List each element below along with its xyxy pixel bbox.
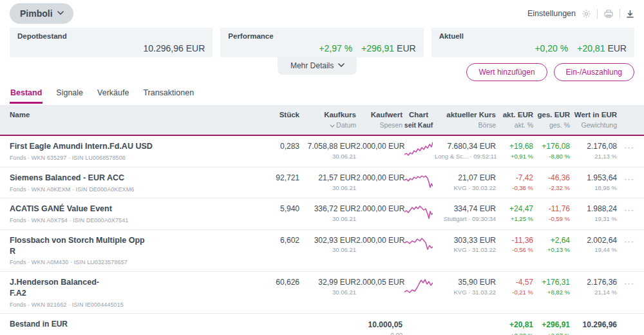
fund-name[interactable]: Siemens Balanced - EUR ACC	[10, 173, 258, 184]
tab-strip: Bestand Signale Verkäufe Transaktionen	[10, 86, 634, 104]
total-bestand-row: Bestand in EUR 10.000,050,00 +20,81+0,20…	[0, 314, 644, 335]
kurs-cell: 7.680,34 EURLong & Sc... · 09:52:11	[435, 141, 496, 161]
col-ges-eur[interactable]: ges. EURges. %	[533, 110, 570, 130]
kurs-cell: 334,74 EURStuttgart · 09:30:34	[435, 204, 496, 224]
wert-cell: 2.176,3621,14 %	[570, 277, 617, 297]
akt-cell: -7,42-0,38 %	[496, 173, 533, 193]
row-menu-button[interactable]: ···	[617, 173, 634, 184]
table-row: Flossbach von Storch Multiple Opp R Fond…	[0, 230, 644, 272]
kaufkurs-cell: 336,72 EUR30.06.21	[299, 204, 356, 224]
kaufwert-cell: 2.000,00 EUR	[356, 235, 402, 246]
aktuell-card: Aktuell +0,20 % +20,81EUR	[431, 28, 634, 57]
fund-name-line2: R	[10, 246, 258, 257]
fund-name-line2: F.A2	[10, 288, 258, 299]
tab-transaktionen[interactable]: Transaktionen	[142, 86, 194, 104]
sparkline-chart[interactable]	[404, 141, 433, 158]
col-akt-eur[interactable]: akt. EURakt. %	[496, 110, 533, 130]
download-icon[interactable]	[626, 10, 634, 18]
ges-cell: +176,08-8,80 %	[533, 141, 570, 161]
tab-verkaeufe[interactable]: Verkäufe	[97, 86, 129, 104]
col-kaufkurs[interactable]: Kaufkurs Datum	[299, 110, 356, 130]
settings-link[interactable]: Einstellungen	[527, 9, 576, 18]
chevron-down-icon	[57, 11, 63, 17]
fund-meta: Fonds · WKN 921662 · ISIN IE0004445015	[10, 301, 258, 309]
sparkline-chart[interactable]	[404, 277, 433, 294]
details-band: Mehr Details Wert hinzufügen Ein-/Auszah…	[10, 57, 634, 81]
performance-card-label: Performance	[228, 32, 415, 40]
depot-card-label: Depotbestand	[17, 32, 205, 40]
fund-name[interactable]: First Eagle Amundi Intern.Fd.AU USD	[10, 141, 258, 152]
ges-cell: -46,36-2,32 %	[533, 173, 570, 193]
kurs-cell: 21,07 EURKVG · 30.03.22	[435, 173, 496, 193]
wert-cell: 1.988,2419,31 %	[570, 204, 617, 224]
kurs-cell: 303,33 EURKVG · 31.03.22	[435, 235, 496, 255]
col-stueck[interactable]: Stück	[258, 110, 299, 120]
fund-name[interactable]: J.Henderson Balanced-	[10, 277, 258, 288]
total-ges-cell: +296,91+2,97 %	[533, 320, 570, 335]
stueck-cell: 5,940	[258, 204, 299, 215]
kaufwert-cell: 2.000,00 EUR	[356, 141, 402, 152]
depot-card-value: 10.296,96EUR	[17, 43, 205, 53]
stueck-cell: 92,721	[258, 173, 299, 184]
print-icon[interactable]	[603, 9, 614, 19]
akt-cell: +24,47+1,25 %	[496, 204, 533, 224]
table-row: Siemens Balanced - EUR ACC Fonds · WKN A…	[0, 168, 644, 198]
performance-card-value: +2,97 % +296,91EUR	[228, 43, 415, 53]
portfolio-selector[interactable]: Pimboli	[10, 3, 73, 24]
divider	[620, 9, 620, 19]
sparkline-chart[interactable]	[404, 173, 433, 189]
kaufkurs-cell: 7.058,88 EUR30.06.21	[299, 141, 356, 161]
kaufkurs-cell: 21,57 EUR30.06.21	[299, 173, 356, 193]
tab-bestand[interactable]: Bestand	[10, 86, 43, 104]
table-row: ACATIS GANÉ Value Event Fonds · WKN A0X7…	[0, 198, 644, 229]
gear-icon[interactable]	[582, 9, 591, 19]
col-chart[interactable]: Chartseit Kauf	[402, 110, 435, 130]
fund-meta: Fonds · WKN A0M430 · ISIN LU0323578657	[10, 258, 258, 267]
sparkline-chart[interactable]	[404, 235, 433, 252]
portfolio-name: Pimboli	[20, 8, 53, 19]
table-row: J.Henderson Balanced- F.A2 Fonds · WKN 9…	[0, 272, 644, 314]
aktuell-card-label: Aktuell	[439, 32, 627, 40]
kurs-cell: 35,90 EURKVG · 31.03.22	[435, 277, 496, 297]
fund-meta: Fonds · WKN A0X754 · ISIN DE000A0X7541	[10, 216, 258, 225]
fund-name[interactable]: Flossbach von Storch Multiple Opp	[10, 235, 258, 246]
fund-meta: Fonds · WKN 635297 · ISIN LU0068578508	[10, 154, 258, 162]
divider	[597, 9, 598, 19]
stueck-cell: 60,626	[258, 277, 299, 288]
more-details-button[interactable]: Mehr Details	[278, 57, 357, 75]
aktuell-card-value: +0,20 % +20,81EUR	[439, 43, 627, 53]
ges-cell: +176,31+8,82 %	[533, 277, 570, 297]
row-menu-button[interactable]: ···	[617, 141, 634, 152]
col-wert[interactable]: Wert in EURGewichtung	[570, 110, 617, 130]
performance-card: Performance +2,97 % +296,91EUR	[220, 28, 423, 57]
total-wert: 10.296,96	[570, 320, 617, 330]
ges-cell: +2,64+0,13 %	[533, 235, 570, 255]
sort-chevron-icon	[330, 120, 335, 126]
summary-cards: Depotbestand 10.296,96EUR Performance +2…	[10, 28, 634, 57]
col-aktueller-kurs[interactable]: aktueller KursBörse	[435, 110, 496, 130]
col-name[interactable]: Name	[10, 110, 258, 120]
wert-cell: 2.176,0821,13 %	[570, 141, 617, 161]
wert-cell: 1.953,6418,98 %	[570, 173, 617, 193]
row-menu-button[interactable]: ···	[617, 235, 634, 246]
ges-cell: -11,76-0,59 %	[533, 204, 570, 224]
total-akt-cell: +20,81+0,20 %	[496, 320, 533, 335]
row-menu-button[interactable]: ···	[617, 204, 634, 215]
kaufwert-cell: 2.000,05 EUR	[356, 277, 402, 288]
deposit-withdraw-button[interactable]: Ein-/Auszahlung	[554, 63, 634, 81]
col-kaufwert[interactable]: KaufwertSpesen	[356, 110, 402, 130]
depot-card: Depotbestand 10.296,96EUR	[10, 28, 213, 57]
kaufwert-cell: 2.000,00 EUR	[356, 204, 402, 215]
akt-cell: -11,36-0,56 %	[496, 235, 533, 255]
kaufkurs-cell: 302,93 EUR30.06.21	[299, 235, 356, 255]
add-value-button[interactable]: Wert hinzufügen	[466, 63, 547, 81]
tab-signale[interactable]: Signale	[55, 86, 84, 104]
fund-name[interactable]: ACATIS GANÉ Value Event	[10, 204, 258, 215]
sparkline-chart[interactable]	[404, 204, 433, 220]
chevron-down-icon	[338, 63, 344, 69]
stueck-cell: 6,602	[258, 235, 299, 246]
row-menu-button[interactable]: ···	[617, 277, 634, 288]
kaufwert-cell: 2.000,00 EUR	[356, 173, 402, 184]
fund-meta: Fonds · WKN A0KEXM · ISIN DE000A0KEXM6	[10, 186, 258, 194]
akt-cell: +19,68+0,91 %	[496, 141, 533, 161]
